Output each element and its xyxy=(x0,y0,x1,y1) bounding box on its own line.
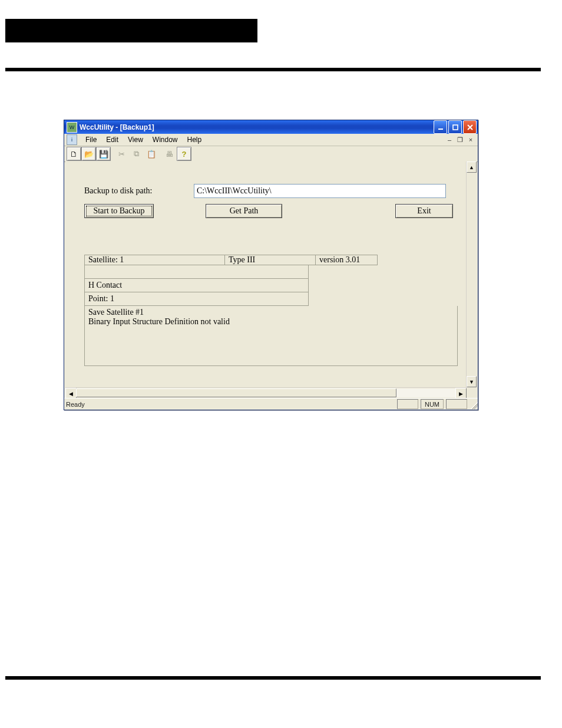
toolbar-print-button[interactable]: 🖶 xyxy=(162,147,177,161)
backup-form: Backup to disk path: Start to Backup Get… xyxy=(65,162,466,387)
toolbar-cut-button[interactable]: ✂ xyxy=(114,147,129,161)
vertical-scrollbar[interactable]: ▲ ▼ xyxy=(466,162,477,387)
print-icon: 🖶 xyxy=(166,150,173,159)
menu-file[interactable]: File xyxy=(81,134,101,145)
scroll-up-button[interactable]: ▲ xyxy=(467,162,477,173)
toolbar-help-button[interactable]: ? xyxy=(177,147,191,161)
paste-icon: 📋 xyxy=(147,150,156,159)
scroll-corner xyxy=(467,388,477,398)
statusbar: Ready NUM xyxy=(64,398,478,410)
save-icon: 💾 xyxy=(99,150,108,159)
help-icon: ? xyxy=(182,150,187,159)
toolbar-copy-button[interactable]: ⧉ xyxy=(129,147,144,161)
svg-rect-1 xyxy=(453,125,458,130)
hscroll-thumb[interactable] xyxy=(76,388,396,397)
menu-edit[interactable]: Edit xyxy=(101,134,123,145)
new-file-icon: 🗋 xyxy=(70,150,78,159)
close-icon xyxy=(467,124,473,130)
toolbar-open-button[interactable]: 📂 xyxy=(81,147,96,161)
get-path-button[interactable]: Get Path xyxy=(206,204,282,218)
open-file-icon: 📂 xyxy=(84,150,94,159)
toolbar: 🗋 📂 💾 ✂ ⧉ 📋 🖶 ? xyxy=(64,146,478,162)
copy-icon: ⧉ xyxy=(134,149,139,159)
page-divider-top xyxy=(5,68,541,71)
minimize-icon xyxy=(438,124,444,130)
point-field: Point: 1 xyxy=(84,292,309,306)
close-button[interactable] xyxy=(463,120,477,134)
hcontact-field: H Contact xyxy=(84,279,309,292)
menubar: i File Edit View Window Help – ❐ × xyxy=(64,134,478,146)
mdi-minimize-button[interactable]: – xyxy=(445,136,454,144)
maximize-icon xyxy=(452,124,458,130)
menu-window[interactable]: Window xyxy=(148,134,183,145)
scroll-down-button[interactable]: ▼ xyxy=(467,376,477,387)
app-icon: W xyxy=(67,122,77,133)
menu-view[interactable]: View xyxy=(123,134,148,145)
app-window: W WccUtility - [Backup1] i File Edit Vie… xyxy=(64,120,478,410)
titlebar[interactable]: W WccUtility - [Backup1] xyxy=(64,120,478,134)
minimize-button[interactable] xyxy=(434,120,447,134)
maximize-button[interactable] xyxy=(448,120,462,134)
toolbar-new-button[interactable]: 🗋 xyxy=(67,147,81,161)
exit-button[interactable]: Exit xyxy=(395,204,453,218)
toolbar-save-button[interactable]: 💾 xyxy=(96,147,111,161)
status-pane-blank2 xyxy=(446,399,467,409)
toolbar-paste-button[interactable]: 📋 xyxy=(144,147,158,161)
status-ready: Ready xyxy=(64,401,85,408)
type-field: Type III xyxy=(224,255,315,265)
window-title: WccUtility - [Backup1] xyxy=(80,123,154,131)
svg-rect-0 xyxy=(438,129,443,130)
client-area: Backup to disk path: Start to Backup Get… xyxy=(65,162,477,398)
resize-grip-icon[interactable] xyxy=(468,400,478,409)
satellite-field: Satellite: 1 xyxy=(84,255,224,265)
page-black-header-bar xyxy=(5,19,257,42)
mdi-close-button[interactable]: × xyxy=(466,136,475,144)
log-output: Save Satellite #1 Binary Input Structure… xyxy=(84,306,458,366)
status-pane-num: NUM xyxy=(421,399,444,409)
mdi-restore-button[interactable]: ❐ xyxy=(455,136,465,144)
version-field: version 3.01 xyxy=(315,255,378,265)
horizontal-scrollbar[interactable]: ◀ ▶ xyxy=(65,387,467,398)
hscroll-track[interactable] xyxy=(76,388,456,397)
blank-field xyxy=(84,265,309,279)
menu-help[interactable]: Help xyxy=(183,134,207,145)
page-divider-bottom xyxy=(5,676,541,680)
status-pane-blank1 xyxy=(397,399,418,409)
cut-icon: ✂ xyxy=(118,150,125,159)
backup-path-label: Backup to disk path: xyxy=(84,186,194,196)
start-backup-button[interactable]: Start to Backup xyxy=(84,204,154,218)
mdi-child-icon[interactable]: i xyxy=(67,134,77,145)
backup-path-input[interactable] xyxy=(194,184,446,198)
